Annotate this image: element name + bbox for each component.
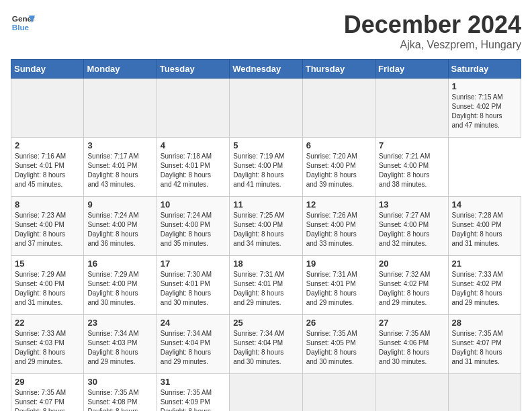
week-row: 22Sunrise: 7:33 AMSunset: 4:03 PMDayligh…	[11, 315, 521, 374]
day-cell: 9Sunrise: 7:24 AMSunset: 4:00 PMDaylight…	[84, 197, 157, 256]
day-info: Sunrise: 7:29 AMSunset: 4:00 PMDaylight:…	[87, 270, 152, 308]
day-number: 18	[233, 259, 298, 269]
week-row: 2Sunrise: 7:16 AMSunset: 4:01 PMDaylight…	[11, 138, 521, 197]
day-cell: 1Sunrise: 7:15 AMSunset: 4:02 PMDaylight…	[448, 79, 521, 138]
day-info: Sunrise: 7:24 AMSunset: 4:00 PMDaylight:…	[161, 211, 226, 248]
column-header-tuesday: Tuesday	[157, 60, 229, 79]
week-row: 29Sunrise: 7:35 AMSunset: 4:07 PMDayligh…	[11, 374, 521, 412]
day-number: 8	[15, 199, 80, 210]
day-cell: 4Sunrise: 7:18 AMSunset: 4:01 PMDaylight…	[157, 138, 229, 197]
day-cell	[230, 374, 302, 412]
day-info: Sunrise: 7:21 AMSunset: 4:00 PMDaylight:…	[379, 152, 444, 189]
day-cell: 20Sunrise: 7:32 AMSunset: 4:02 PMDayligh…	[375, 256, 448, 315]
day-cell: 5Sunrise: 7:19 AMSunset: 4:00 PMDaylight…	[230, 138, 302, 197]
day-cell: 7Sunrise: 7:21 AMSunset: 4:00 PMDaylight…	[375, 138, 448, 197]
day-number: 12	[306, 199, 371, 210]
day-number: 7	[379, 140, 444, 150]
day-number: 27	[379, 318, 444, 328]
day-cell: 11Sunrise: 7:25 AMSunset: 4:00 PMDayligh…	[230, 197, 302, 256]
day-info: Sunrise: 7:35 AMSunset: 4:07 PMDaylight:…	[15, 388, 80, 411]
day-info: Sunrise: 7:20 AMSunset: 4:00 PMDaylight:…	[306, 152, 371, 189]
empty-cell	[302, 79, 375, 138]
column-header-saturday: Saturday	[448, 60, 521, 79]
week-row: 15Sunrise: 7:29 AMSunset: 4:00 PMDayligh…	[11, 256, 521, 315]
day-number: 26	[306, 318, 371, 328]
location-title: Ajka, Veszprem, Hungary	[344, 39, 521, 51]
week-row: 8Sunrise: 7:23 AMSunset: 4:00 PMDaylight…	[11, 197, 521, 256]
column-header-monday: Monday	[84, 60, 157, 79]
day-cell: 16Sunrise: 7:29 AMSunset: 4:00 PMDayligh…	[84, 256, 157, 315]
day-info: Sunrise: 7:34 AMSunset: 4:04 PMDaylight:…	[161, 329, 226, 367]
calendar-table: SundayMondayTuesdayWednesdayThursdayFrid…	[11, 59, 521, 411]
day-cell: 25Sunrise: 7:34 AMSunset: 4:04 PMDayligh…	[230, 315, 302, 374]
day-info: Sunrise: 7:15 AMSunset: 4:02 PMDaylight:…	[452, 93, 517, 130]
day-cell: 24Sunrise: 7:34 AMSunset: 4:04 PMDayligh…	[157, 315, 229, 374]
day-info: Sunrise: 7:35 AMSunset: 4:05 PMDaylight:…	[306, 329, 371, 367]
day-cell: 13Sunrise: 7:27 AMSunset: 4:00 PMDayligh…	[375, 197, 448, 256]
day-cell: 3Sunrise: 7:17 AMSunset: 4:01 PMDaylight…	[84, 138, 157, 197]
day-info: Sunrise: 7:34 AMSunset: 4:03 PMDaylight:…	[87, 329, 152, 367]
day-number: 17	[161, 259, 226, 269]
day-info: Sunrise: 7:24 AMSunset: 4:00 PMDaylight:…	[87, 211, 152, 248]
empty-cell	[375, 79, 448, 138]
day-info: Sunrise: 7:32 AMSunset: 4:02 PMDaylight:…	[379, 270, 444, 308]
day-number: 6	[306, 140, 371, 150]
empty-cell	[11, 79, 84, 138]
day-number: 23	[87, 318, 152, 328]
day-cell: 14Sunrise: 7:28 AMSunset: 4:00 PMDayligh…	[448, 197, 521, 256]
day-info: Sunrise: 7:35 AMSunset: 4:08 PMDaylight:…	[87, 388, 152, 411]
day-number: 22	[15, 318, 80, 328]
day-info: Sunrise: 7:35 AMSunset: 4:06 PMDaylight:…	[379, 329, 444, 367]
header: General Blue December 2024 Ajka, Veszpre…	[11, 11, 521, 51]
header-row: SundayMondayTuesdayWednesdayThursdayFrid…	[11, 60, 521, 79]
day-cell: 23Sunrise: 7:34 AMSunset: 4:03 PMDayligh…	[84, 315, 157, 374]
day-cell: 31Sunrise: 7:35 AMSunset: 4:09 PMDayligh…	[157, 374, 229, 412]
day-info: Sunrise: 7:35 AMSunset: 4:09 PMDaylight:…	[161, 388, 226, 411]
day-number: 2	[15, 140, 80, 150]
column-header-wednesday: Wednesday	[230, 60, 302, 79]
day-number: 28	[452, 318, 517, 328]
day-number: 29	[15, 377, 80, 387]
day-number: 25	[233, 318, 298, 328]
day-number: 11	[233, 199, 298, 210]
day-number: 24	[161, 318, 226, 328]
day-info: Sunrise: 7:35 AMSunset: 4:07 PMDaylight:…	[452, 329, 517, 367]
day-number: 9	[87, 199, 152, 210]
day-number: 4	[161, 140, 226, 150]
day-number: 16	[87, 259, 152, 269]
day-info: Sunrise: 7:34 AMSunset: 4:04 PMDaylight:…	[233, 329, 298, 367]
day-info: Sunrise: 7:28 AMSunset: 4:00 PMDaylight:…	[452, 211, 517, 248]
day-number: 14	[452, 199, 517, 210]
month-title: December 2024	[344, 11, 521, 39]
day-info: Sunrise: 7:29 AMSunset: 4:00 PMDaylight:…	[15, 270, 80, 308]
day-info: Sunrise: 7:23 AMSunset: 4:00 PMDaylight:…	[15, 211, 80, 248]
day-info: Sunrise: 7:30 AMSunset: 4:01 PMDaylight:…	[161, 270, 226, 308]
day-cell: 30Sunrise: 7:35 AMSunset: 4:08 PMDayligh…	[84, 374, 157, 412]
day-cell	[375, 374, 448, 412]
day-cell: 17Sunrise: 7:30 AMSunset: 4:01 PMDayligh…	[157, 256, 229, 315]
logo-icon: General Blue	[11, 11, 35, 35]
svg-text:Blue: Blue	[12, 23, 30, 32]
logo: General Blue	[11, 11, 35, 35]
day-number: 30	[87, 377, 152, 387]
day-number: 5	[233, 140, 298, 150]
empty-cell	[84, 79, 157, 138]
day-cell: 28Sunrise: 7:35 AMSunset: 4:07 PMDayligh…	[448, 315, 521, 374]
day-cell: 22Sunrise: 7:33 AMSunset: 4:03 PMDayligh…	[11, 315, 84, 374]
day-info: Sunrise: 7:17 AMSunset: 4:01 PMDaylight:…	[87, 152, 152, 189]
day-number: 3	[87, 140, 152, 150]
day-cell: 12Sunrise: 7:26 AMSunset: 4:00 PMDayligh…	[302, 197, 375, 256]
day-cell: 27Sunrise: 7:35 AMSunset: 4:06 PMDayligh…	[375, 315, 448, 374]
day-cell: 19Sunrise: 7:31 AMSunset: 4:01 PMDayligh…	[302, 256, 375, 315]
column-header-friday: Friday	[375, 60, 448, 79]
day-number: 19	[306, 259, 371, 269]
day-cell: 21Sunrise: 7:33 AMSunset: 4:02 PMDayligh…	[448, 256, 521, 315]
empty-cell	[230, 79, 302, 138]
day-cell: 26Sunrise: 7:35 AMSunset: 4:05 PMDayligh…	[302, 315, 375, 374]
week-row: 1Sunrise: 7:15 AMSunset: 4:02 PMDaylight…	[11, 79, 521, 138]
day-info: Sunrise: 7:25 AMSunset: 4:00 PMDaylight:…	[233, 211, 298, 248]
day-info: Sunrise: 7:33 AMSunset: 4:03 PMDaylight:…	[15, 329, 80, 367]
day-info: Sunrise: 7:19 AMSunset: 4:00 PMDaylight:…	[233, 152, 298, 189]
day-info: Sunrise: 7:33 AMSunset: 4:02 PMDaylight:…	[452, 270, 517, 308]
day-info: Sunrise: 7:26 AMSunset: 4:00 PMDaylight:…	[306, 211, 371, 248]
